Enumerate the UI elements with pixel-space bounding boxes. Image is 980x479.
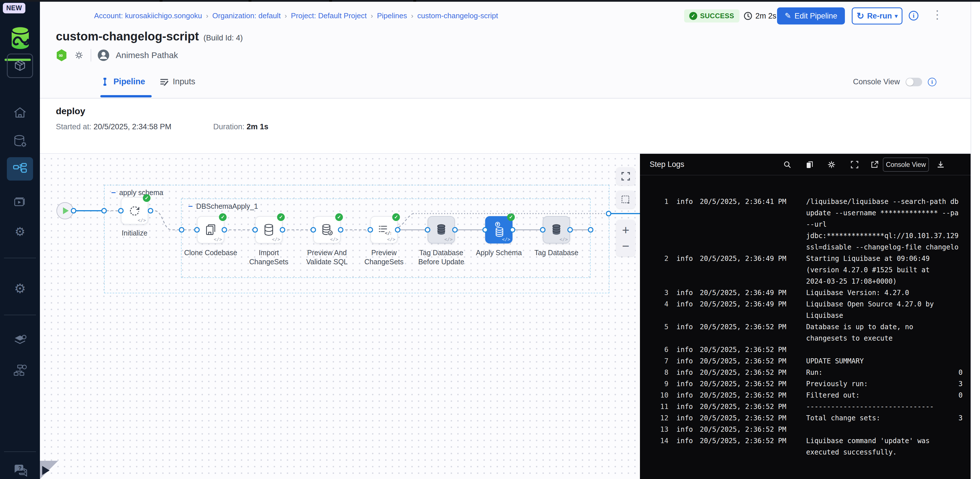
active-tab-indicator — [100, 95, 152, 97]
tab-pipeline[interactable]: Pipeline — [100, 77, 145, 86]
breadcrumb-organization[interactable]: Organization: default — [212, 11, 281, 20]
breadcrumb-current[interactable]: custom-changelog-script — [417, 11, 498, 20]
browser-edge-strip — [0, 0, 980, 2]
stepgroup-label[interactable]: − DBSchemaApply_1 — [188, 202, 258, 211]
help-chat-icon: ? — [12, 462, 28, 477]
step-label: Initialize — [107, 228, 162, 238]
log-settings-button[interactable] — [826, 159, 837, 170]
build-id: (Build Id: 4) — [204, 33, 243, 42]
collapse-icon[interactable]: − — [188, 203, 193, 211]
gear-icon: ⚙ — [14, 282, 25, 295]
sidebar-item-module-selector[interactable] — [7, 54, 33, 78]
pipeline-settings-gear-icon[interactable] — [73, 50, 84, 61]
stage-started-at: Started at: 20/5/2025, 2:34:58 PM — [56, 122, 171, 131]
sidebar-item-database-settings[interactable] — [0, 133, 40, 149]
sidebar-divider — [4, 258, 36, 258]
sidebar-item-help-chat[interactable]: ? — [0, 461, 40, 478]
chevron-right-icon: › — [371, 12, 373, 20]
rerun-button[interactable]: ↻ Re-run ▾ — [852, 7, 902, 24]
started-label: Started at: — [56, 122, 92, 131]
step-node-initialize[interactable]: ✓ </> — [121, 197, 148, 224]
log-download-button[interactable] — [935, 159, 947, 170]
step-node-import-changesets[interactable]: ✓ </> — [255, 216, 283, 243]
log-search-button[interactable] — [782, 159, 793, 170]
log-copy-button[interactable] — [804, 159, 815, 170]
expand-panel-arrow[interactable] — [42, 466, 49, 475]
stage-group-label[interactable]: − apply schema — [111, 189, 163, 197]
pipeline-start-node[interactable] — [56, 202, 73, 219]
pipeline-name: custom-changelog-script — [56, 30, 199, 43]
step-code-icon: </> — [330, 237, 338, 242]
step-node-preview-validate-sql[interactable]: ✓ </> — [313, 216, 340, 243]
step-label: Preview And Validate SQL — [300, 248, 354, 266]
step-node-tag-database[interactable]: </> — [543, 216, 570, 243]
console-view-info-icon[interactable]: i — [928, 78, 936, 86]
database-check-icon — [320, 223, 334, 237]
breadcrumb-account[interactable]: Account: kurosakiichigo.songoku — [94, 11, 202, 20]
log-open-external-button[interactable] — [869, 159, 880, 170]
duration-value: 2m 1s — [247, 122, 269, 131]
edit-pipeline-button[interactable]: ✎ Edit Pipeline — [777, 7, 845, 24]
canvas-select-button[interactable] — [616, 191, 635, 208]
harness-dbops-logo-icon[interactable] — [10, 25, 31, 55]
stage-duration: Duration: 2m 1s — [213, 122, 269, 131]
sidebar-item-executions[interactable] — [0, 194, 40, 209]
sidebar-divider — [4, 451, 36, 452]
svg-text:∞: ∞ — [59, 52, 63, 59]
pipeline-meta-row: ∞ Animesh Pathak — [56, 49, 178, 62]
sidebar-item-environment-settings[interactable]: ⚙ — [0, 224, 40, 240]
gear-icon: ⚙ — [14, 226, 25, 238]
step-node-apply-schema[interactable]: ✓ </> — [485, 216, 512, 243]
clock-icon — [743, 11, 752, 21]
stage-name: deploy — [56, 106, 85, 116]
rerun-info-icon[interactable]: i — [909, 11, 918, 21]
step-success-badge: ✓ — [277, 213, 285, 221]
duration-label: Duration: — [213, 122, 245, 131]
play-icon — [63, 207, 69, 214]
clone-codebase-icon — [204, 223, 218, 237]
step-node-tag-database-before-update[interactable]: </> — [428, 216, 455, 243]
new-badge: NEW — [3, 3, 25, 13]
hierarchy-gear-icon — [12, 363, 28, 378]
trigger-author: Animesh Pathak — [116, 51, 178, 60]
sidebar-item-layers-settings[interactable] — [0, 333, 40, 349]
more-options-button[interactable]: ⋮ — [932, 8, 943, 21]
duration-value: 2m 2s — [756, 12, 776, 21]
sidebar-item-org-settings[interactable] — [0, 362, 40, 378]
step-code-icon: </> — [444, 237, 453, 242]
refresh-icon: ↻ — [857, 13, 864, 19]
step-label: Import ChangeSets — [242, 248, 296, 266]
sidebar-item-project-settings[interactable]: ⚙ — [0, 281, 40, 297]
step-node-preview-changesets[interactable]: </> ✓ </> — [370, 216, 398, 243]
log-fullscreen-button[interactable] — [849, 159, 860, 170]
tab-inputs[interactable]: Inputs — [160, 77, 195, 86]
module-hexagon-icon[interactable]: ∞ — [56, 49, 67, 62]
stepgroup-name: DBSchemaApply_1 — [196, 202, 258, 211]
log-console-view-button[interactable]: Console View — [883, 157, 929, 172]
svg-text:?: ? — [18, 465, 21, 471]
pipeline-tab-icon — [100, 77, 110, 86]
sidebar-item-home[interactable] — [0, 105, 40, 121]
breadcrumb-project[interactable]: Project: Default Project — [291, 11, 367, 20]
console-view-toggle[interactable] — [905, 78, 922, 86]
step-logs-title: Step Logs — [650, 160, 684, 169]
zoom-out-button[interactable]: − — [622, 238, 629, 254]
pipeline-canvas[interactable]: − apply schema − DBSchemaApply_1 ✓ </> I… — [40, 154, 640, 479]
status-badge: ✓ SUCCESS — [684, 10, 740, 22]
svg-text:</>: </> — [385, 231, 391, 236]
breadcrumb-pipelines[interactable]: Pipelines — [377, 11, 407, 20]
step-node-clone-codebase[interactable]: ✓ </> — [197, 216, 224, 243]
rerun-label: Re-run — [867, 12, 892, 21]
stage-summary: deploy Started at: 20/5/2025, 2:34:58 PM… — [40, 99, 970, 154]
initialize-refresh-icon — [127, 203, 142, 218]
sidebar-item-pipelines[interactable] — [7, 157, 33, 181]
database-icon — [262, 223, 276, 237]
page-scrollbar[interactable] — [970, 0, 980, 479]
step-code-icon: </> — [138, 217, 146, 223]
page-title: custom-changelog-script(Build Id: 4) — [56, 30, 243, 43]
collapse-icon[interactable]: − — [111, 189, 116, 197]
apply-schema-icon — [492, 222, 506, 238]
canvas-fullscreen-button[interactable] — [616, 167, 635, 185]
layers-gear-icon — [12, 333, 28, 348]
zoom-in-button[interactable]: + — [622, 222, 629, 238]
